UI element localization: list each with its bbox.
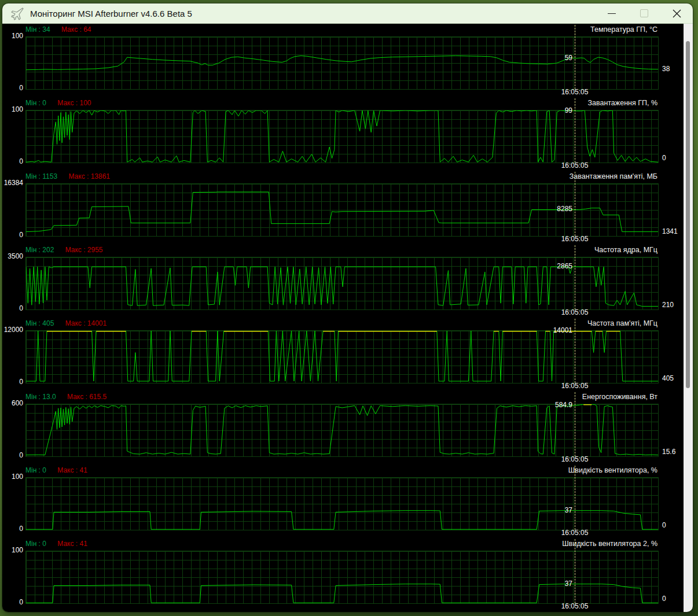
graph-plot[interactable] <box>25 551 659 604</box>
monitor-panel: Мін : 202 Макс : 2955 Частота ядра, МГц … <box>2 245 684 319</box>
graph-curve <box>26 551 658 603</box>
graph-curve <box>26 404 658 456</box>
cursor-timestamp: 16:05:05 <box>543 88 607 96</box>
time-cursor-line[interactable] <box>575 25 575 89</box>
graph-curve <box>26 478 658 530</box>
graph-curve <box>26 331 658 383</box>
cursor-value-label: 14001 <box>505 326 572 334</box>
window-controls <box>596 3 693 23</box>
axis-zero-label: 0 <box>2 157 23 165</box>
minimize-button[interactable] <box>596 3 628 23</box>
axis-zero-label: 0 <box>2 451 23 459</box>
axis-max-label: 100 <box>2 473 23 481</box>
graph-plot[interactable] <box>25 330 659 383</box>
panel-title: Температура ГП, °C <box>2 25 657 34</box>
time-cursor-line[interactable] <box>575 466 575 530</box>
vertical-scrollbar[interactable] <box>684 24 693 612</box>
axis-max-label: 16384 <box>2 179 23 187</box>
afterburner-monitor-window: Моніторинг MSI Afterburner v4.6.6 Beta 5… <box>2 3 693 612</box>
latest-value-label: 0 <box>662 154 666 162</box>
latest-value-label: 0 <box>662 595 666 603</box>
graphs-area: Мін : 34 Макс : 64 Температура ГП, °C 10… <box>2 24 693 612</box>
maximize-icon <box>640 9 648 17</box>
monitor-panel: Мін : 0 Макс : 100 Завантаження ГП, % 10… <box>2 98 684 172</box>
axis-zero-label: 0 <box>2 84 23 92</box>
monitor-panel: Мін : 405 Макс : 14001 Частота пам'яті, … <box>2 319 684 392</box>
close-button[interactable] <box>660 3 693 23</box>
latest-value-label: 210 <box>662 301 674 309</box>
cursor-value-label: 59 <box>505 54 572 62</box>
time-cursor-line[interactable] <box>575 98 575 163</box>
close-icon <box>673 9 681 18</box>
cursor-value-label: 2865 <box>505 262 572 270</box>
panel-title: Швидкість вентилятора 2, % <box>2 540 657 548</box>
window-title: Моніторинг MSI Afterburner v4.6.6 Beta 5 <box>30 9 192 19</box>
time-cursor-line[interactable] <box>575 539 575 603</box>
graph-plot[interactable] <box>25 404 659 457</box>
scrollbar-thumb[interactable] <box>686 41 690 388</box>
graph-plot[interactable] <box>25 110 659 163</box>
axis-zero-label: 0 <box>2 378 23 386</box>
axis-max-label: 100 <box>2 32 23 40</box>
axis-max-label: 100 <box>2 546 23 554</box>
panel-title: Енергоспоживання, Вт <box>2 393 657 401</box>
cursor-timestamp: 16:05:05 <box>543 308 607 316</box>
panel-title: Швидкість вентилятора, % <box>2 466 657 474</box>
time-cursor-line[interactable] <box>575 392 575 456</box>
latest-value-label: 38 <box>662 65 670 73</box>
latest-value-label: 405 <box>662 374 674 382</box>
cursor-timestamp: 16:05:05 <box>543 602 607 610</box>
graph-curve <box>26 110 658 163</box>
monitor-panel: Мін : 0 Макс : 41 Швидкість вентилятора,… <box>2 466 684 539</box>
cursor-value-label: 99 <box>505 106 572 115</box>
axis-zero-label: 0 <box>2 304 23 312</box>
panel-title: Завантаження ГП, % <box>2 99 657 107</box>
monitor-panel: Мін : 0 Макс : 41 Швидкість вентилятора … <box>2 539 684 612</box>
axis-max-label: 600 <box>2 399 23 407</box>
latest-value-label: 15.6 <box>662 448 675 456</box>
cursor-value-label: 37 <box>505 506 572 514</box>
minimize-icon <box>608 13 616 14</box>
cursor-value-label: 37 <box>505 580 572 588</box>
cursor-timestamp: 16:05:05 <box>543 235 607 243</box>
latest-value-label: 1341 <box>662 227 678 235</box>
axis-max-label: 3500 <box>2 252 23 260</box>
time-cursor-line[interactable] <box>575 245 575 309</box>
monitor-panel: Мін : 1153 Макс : 13861 Завантаження пам… <box>2 172 684 245</box>
monitor-panel: Мін : 13.0 Макс : 615.5 Енергоспоживання… <box>2 392 684 466</box>
monitor-panel: Мін : 34 Макс : 64 Температура ГП, °C 10… <box>2 25 684 98</box>
cursor-timestamp: 16:05:05 <box>543 382 607 390</box>
title-bar[interactable]: Моніторинг MSI Afterburner v4.6.6 Beta 5 <box>2 3 693 24</box>
graph-plot[interactable] <box>25 36 659 90</box>
cursor-timestamp: 16:05:05 <box>543 529 607 537</box>
graph-plot[interactable] <box>25 477 659 530</box>
cursor-value-label: 8285 <box>505 205 572 213</box>
cursor-timestamp: 16:05:05 <box>543 161 607 169</box>
axis-zero-label: 0 <box>2 525 23 533</box>
axis-zero-label: 0 <box>2 598 23 606</box>
cursor-timestamp: 16:05:05 <box>543 455 607 463</box>
cursor-value-label: 584.9 <box>505 401 572 409</box>
panel-title: Завантаження пам'яті, МБ <box>2 172 657 180</box>
axis-max-label: 12000 <box>2 326 23 334</box>
panel-title: Частота ядра, МГц <box>2 246 657 254</box>
axis-zero-label: 0 <box>2 231 23 239</box>
time-cursor-line[interactable] <box>575 172 575 236</box>
latest-value-label: 0 <box>662 521 666 529</box>
axis-max-label: 100 <box>2 105 23 113</box>
time-cursor-line[interactable] <box>575 319 575 383</box>
maximize-button[interactable] <box>628 3 660 23</box>
graph-curve <box>26 37 658 89</box>
afterburner-jet-icon <box>10 6 24 20</box>
